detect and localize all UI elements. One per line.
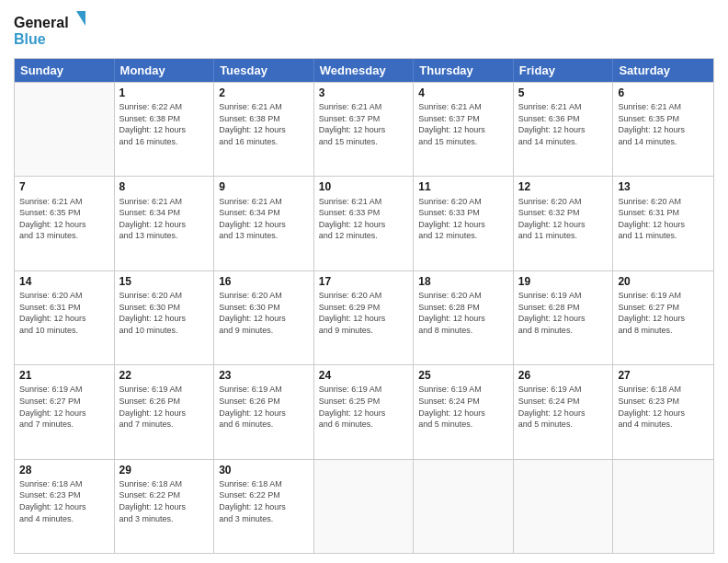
day-number: 7 bbox=[19, 179, 109, 194]
weekday-header: Sunday bbox=[15, 59, 115, 82]
calendar-day-cell: 8Sunrise: 6:21 AM Sunset: 6:34 PM Daylig… bbox=[115, 177, 215, 270]
day-info: Sunrise: 6:20 AM Sunset: 6:31 PM Dayligh… bbox=[19, 290, 109, 336]
logo: General Blue bbox=[14, 9, 87, 51]
day-info: Sunrise: 6:18 AM Sunset: 6:23 PM Dayligh… bbox=[618, 384, 709, 430]
day-number: 21 bbox=[19, 368, 109, 383]
svg-marker-2 bbox=[76, 11, 85, 26]
day-info: Sunrise: 6:19 AM Sunset: 6:24 PM Dayligh… bbox=[418, 384, 508, 430]
day-number: 11 bbox=[418, 179, 508, 194]
weekday-header: Monday bbox=[115, 59, 215, 82]
day-info: Sunrise: 6:21 AM Sunset: 6:33 PM Dayligh… bbox=[319, 196, 409, 242]
calendar-day-cell: 11Sunrise: 6:20 AM Sunset: 6:33 PM Dayli… bbox=[414, 177, 514, 270]
calendar-day-cell: 27Sunrise: 6:18 AM Sunset: 6:23 PM Dayli… bbox=[613, 365, 713, 458]
day-number: 9 bbox=[219, 179, 309, 194]
calendar-day-cell: 9Sunrise: 6:21 AM Sunset: 6:34 PM Daylig… bbox=[214, 177, 314, 270]
day-info: Sunrise: 6:21 AM Sunset: 6:37 PM Dayligh… bbox=[418, 101, 508, 147]
day-info: Sunrise: 6:20 AM Sunset: 6:30 PM Dayligh… bbox=[219, 290, 309, 336]
day-info: Sunrise: 6:19 AM Sunset: 6:24 PM Dayligh… bbox=[518, 384, 609, 430]
day-number: 23 bbox=[219, 368, 309, 383]
calendar-day-cell: 16Sunrise: 6:20 AM Sunset: 6:30 PM Dayli… bbox=[214, 271, 314, 364]
calendar-day-cell: 13Sunrise: 6:20 AM Sunset: 6:31 PM Dayli… bbox=[613, 177, 713, 270]
empty-cell bbox=[514, 460, 614, 553]
day-number: 5 bbox=[518, 86, 609, 100]
calendar-day-cell: 28Sunrise: 6:18 AM Sunset: 6:23 PM Dayli… bbox=[15, 460, 115, 553]
day-number: 4 bbox=[418, 86, 508, 100]
day-number: 6 bbox=[618, 86, 709, 100]
svg-text:General: General bbox=[14, 15, 69, 30]
day-info: Sunrise: 6:21 AM Sunset: 6:37 PM Dayligh… bbox=[319, 101, 409, 147]
weekday-header: Tuesday bbox=[214, 59, 314, 82]
day-info: Sunrise: 6:20 AM Sunset: 6:32 PM Dayligh… bbox=[518, 196, 609, 242]
day-info: Sunrise: 6:19 AM Sunset: 6:28 PM Dayligh… bbox=[518, 290, 609, 336]
empty-cell bbox=[414, 460, 514, 553]
calendar-row: 14Sunrise: 6:20 AM Sunset: 6:31 PM Dayli… bbox=[15, 270, 713, 364]
day-info: Sunrise: 6:19 AM Sunset: 6:26 PM Dayligh… bbox=[219, 384, 309, 430]
day-number: 2 bbox=[219, 86, 309, 100]
calendar-day-cell: 24Sunrise: 6:19 AM Sunset: 6:25 PM Dayli… bbox=[314, 365, 415, 458]
day-number: 17 bbox=[319, 274, 409, 289]
day-info: Sunrise: 6:20 AM Sunset: 6:33 PM Dayligh… bbox=[418, 196, 508, 242]
calendar-day-cell: 6Sunrise: 6:21 AM Sunset: 6:35 PM Daylig… bbox=[613, 83, 713, 176]
day-number: 18 bbox=[418, 274, 508, 289]
calendar-day-cell: 17Sunrise: 6:20 AM Sunset: 6:29 PM Dayli… bbox=[314, 271, 415, 364]
day-number: 30 bbox=[219, 463, 309, 477]
calendar-day-cell: 22Sunrise: 6:19 AM Sunset: 6:26 PM Dayli… bbox=[115, 365, 215, 458]
calendar-day-cell: 19Sunrise: 6:19 AM Sunset: 6:28 PM Dayli… bbox=[514, 271, 614, 364]
calendar-day-cell: 1Sunrise: 6:22 AM Sunset: 6:38 PM Daylig… bbox=[115, 83, 215, 176]
calendar-day-cell: 14Sunrise: 6:20 AM Sunset: 6:31 PM Dayli… bbox=[15, 271, 115, 364]
day-number: 28 bbox=[19, 463, 109, 477]
day-number: 13 bbox=[618, 179, 709, 194]
day-info: Sunrise: 6:21 AM Sunset: 6:34 PM Dayligh… bbox=[119, 196, 210, 242]
calendar-day-cell: 18Sunrise: 6:20 AM Sunset: 6:28 PM Dayli… bbox=[414, 271, 514, 364]
header: General Blue bbox=[14, 9, 714, 51]
empty-cell bbox=[15, 83, 115, 176]
calendar-row: 21Sunrise: 6:19 AM Sunset: 6:27 PM Dayli… bbox=[15, 364, 713, 458]
day-info: Sunrise: 6:20 AM Sunset: 6:31 PM Dayligh… bbox=[618, 196, 709, 242]
day-number: 8 bbox=[119, 179, 210, 194]
calendar-day-cell: 30Sunrise: 6:18 AM Sunset: 6:22 PM Dayli… bbox=[214, 460, 314, 553]
day-info: Sunrise: 6:18 AM Sunset: 6:22 PM Dayligh… bbox=[219, 478, 309, 524]
day-number: 24 bbox=[319, 368, 409, 383]
day-number: 22 bbox=[119, 368, 210, 383]
calendar-day-cell: 21Sunrise: 6:19 AM Sunset: 6:27 PM Dayli… bbox=[15, 365, 115, 458]
calendar-page: General Blue SundayMondayTuesdayWednesda… bbox=[0, 0, 728, 563]
day-info: Sunrise: 6:21 AM Sunset: 6:35 PM Dayligh… bbox=[618, 101, 709, 147]
day-number: 20 bbox=[618, 274, 709, 289]
calendar-day-cell: 29Sunrise: 6:18 AM Sunset: 6:22 PM Dayli… bbox=[115, 460, 215, 553]
day-info: Sunrise: 6:22 AM Sunset: 6:38 PM Dayligh… bbox=[119, 101, 210, 147]
calendar-day-cell: 7Sunrise: 6:21 AM Sunset: 6:35 PM Daylig… bbox=[15, 177, 115, 270]
day-number: 15 bbox=[119, 274, 210, 289]
calendar-day-cell: 20Sunrise: 6:19 AM Sunset: 6:27 PM Dayli… bbox=[613, 271, 713, 364]
calendar-day-cell: 3Sunrise: 6:21 AM Sunset: 6:37 PM Daylig… bbox=[314, 83, 415, 176]
calendar-day-cell: 2Sunrise: 6:21 AM Sunset: 6:38 PM Daylig… bbox=[214, 83, 314, 176]
weekday-header: Saturday bbox=[613, 59, 713, 82]
calendar-row: 28Sunrise: 6:18 AM Sunset: 6:23 PM Dayli… bbox=[15, 459, 713, 553]
calendar-day-cell: 15Sunrise: 6:20 AM Sunset: 6:30 PM Dayli… bbox=[115, 271, 215, 364]
day-number: 19 bbox=[518, 274, 609, 289]
day-number: 14 bbox=[19, 274, 109, 289]
empty-cell bbox=[314, 460, 415, 553]
day-number: 1 bbox=[119, 86, 210, 100]
calendar-day-cell: 4Sunrise: 6:21 AM Sunset: 6:37 PM Daylig… bbox=[414, 83, 514, 176]
calendar-day-cell: 12Sunrise: 6:20 AM Sunset: 6:32 PM Dayli… bbox=[514, 177, 614, 270]
day-info: Sunrise: 6:19 AM Sunset: 6:25 PM Dayligh… bbox=[319, 384, 409, 430]
day-info: Sunrise: 6:21 AM Sunset: 6:35 PM Dayligh… bbox=[19, 196, 109, 242]
day-info: Sunrise: 6:19 AM Sunset: 6:27 PM Dayligh… bbox=[618, 290, 709, 336]
day-number: 29 bbox=[119, 463, 210, 477]
weekday-header: Friday bbox=[514, 59, 614, 82]
day-info: Sunrise: 6:19 AM Sunset: 6:27 PM Dayligh… bbox=[19, 384, 109, 430]
calendar-day-cell: 25Sunrise: 6:19 AM Sunset: 6:24 PM Dayli… bbox=[414, 365, 514, 458]
day-info: Sunrise: 6:20 AM Sunset: 6:28 PM Dayligh… bbox=[418, 290, 508, 336]
day-number: 26 bbox=[518, 368, 609, 383]
calendar-body: 1Sunrise: 6:22 AM Sunset: 6:38 PM Daylig… bbox=[15, 82, 713, 553]
logo-svg: General Blue bbox=[14, 9, 87, 51]
calendar-row: 7Sunrise: 6:21 AM Sunset: 6:35 PM Daylig… bbox=[15, 176, 713, 270]
day-info: Sunrise: 6:20 AM Sunset: 6:30 PM Dayligh… bbox=[119, 290, 210, 336]
day-number: 10 bbox=[319, 179, 409, 194]
weekday-header: Wednesday bbox=[314, 59, 415, 82]
calendar-row: 1Sunrise: 6:22 AM Sunset: 6:38 PM Daylig… bbox=[15, 82, 713, 176]
day-info: Sunrise: 6:20 AM Sunset: 6:29 PM Dayligh… bbox=[319, 290, 409, 336]
svg-text:Blue: Blue bbox=[14, 31, 46, 47]
calendar-day-cell: 26Sunrise: 6:19 AM Sunset: 6:24 PM Dayli… bbox=[514, 365, 614, 458]
day-number: 16 bbox=[219, 274, 309, 289]
